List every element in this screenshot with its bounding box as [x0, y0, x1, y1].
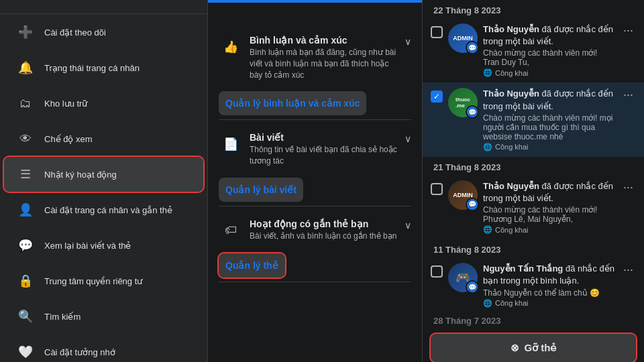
notif-badge-n3: 💬 [466, 198, 479, 211]
notif-text-n2: Thảo Nguyễn đã được nhắc đến trong một b… [483, 88, 615, 112]
notif-content-n3: Thảo Nguyễn đã được nhắc đến trong một b… [483, 180, 615, 234]
notif-more-btn-n3[interactable]: ··· [621, 180, 636, 194]
notif-meta-n1: 🌐 Công khai [483, 68, 615, 77]
section-text-comment-reaction: Bình luận và cảm xúc Bình luận mà bạn đã… [250, 35, 398, 80]
section-header-comment-reaction[interactable]: 👍 Bình luận và cảm xúc Bình luận mà bạn … [208, 28, 422, 87]
sidebar-label-status: Trạng thái trang cá nhân [44, 63, 140, 73]
profile-tag-icon: 👤 [15, 199, 36, 221]
section-title-posts: Bài viết [250, 132, 398, 143]
notification-n1[interactable]: ADMIN 💬 Thảo Nguyễn đã được nhắc đến tro… [423, 18, 644, 82]
privacy-icon: 🔒 [15, 270, 36, 292]
section-subtitle-comment-reaction: Bình luận mà bạn đã đăng, cũng như bài v… [250, 47, 398, 80]
notif-content-n2: Thảo Nguyễn đã được nhắc đến trong một b… [483, 88, 615, 151]
notif-more-btn-n1[interactable]: ··· [621, 23, 636, 38]
notif-more-btn-n4[interactable]: ··· [621, 263, 636, 277]
go-the-label: Gỡ thẻ [525, 342, 557, 354]
notif-sub2-n1: Tran Duy Tu, [483, 58, 615, 67]
sidebar-item-review[interactable]: 💬 Xem lại bài viết và thẻ [4, 228, 203, 263]
visibility-label-n2: Công khai [495, 143, 529, 151]
sidebar-item-search[interactable]: 🔍 Tìm kiếm [4, 299, 203, 334]
comment-reaction-icon: 👍 [219, 35, 243, 59]
visibility-icon-n4: 🌐 [483, 299, 492, 308]
sidebar-item-privacy[interactable]: 🔒 Trung tâm quyền riêng tư [4, 263, 203, 298]
notif-meta-n3: 🌐 Công khai [483, 225, 615, 234]
sidebar-item-activity[interactable]: ☰ Nhật ký hoạt động [4, 157, 203, 192]
section-title-comment-reaction: Bình luận và cảm xúc [250, 35, 398, 46]
visibility-label-n1: Công khai [495, 69, 529, 77]
notif-sub-n4: Thảo Nguyễn có thể làm chủ 😊 [483, 288, 615, 298]
notif-text-n1: Thảo Nguyễn đã được nhắc đến trong một b… [483, 23, 615, 48]
go-the-bar[interactable]: ⊗ Gỡ thẻ [431, 334, 636, 362]
sidebar-item-follow[interactable]: ➕ Cài đặt theo dõi [4, 15, 203, 50]
date-group-11-Tháng-8-2023: 11 Tháng 8 2023 [423, 239, 644, 257]
middle-panel: 👍 Bình luận và cảm xúc Bình luận mà bạn … [208, 0, 423, 362]
manage-btn-tags[interactable]: Quản lý thẻ [219, 253, 285, 278]
notification-n4[interactable]: 🎮 💬 Nguyễn Tấn Thắng đã nhắc đến bạn tro… [423, 257, 644, 312]
notif-sub-n1: Chào mừng các thành viên mới! [483, 48, 615, 58]
section-subtitle-tags: Bài viết, ảnh và bình luận có gắn thẻ bạ… [250, 231, 398, 242]
visibility-icon-n2: 🌐 [483, 143, 492, 152]
sidebar-header [0, 0, 207, 14]
notif-meta-n4: 🌐 Công khai [483, 299, 615, 308]
notif-checkbox-n1[interactable] [431, 26, 443, 38]
section-header-tags[interactable]: 🏷 Hoạt động có gắn thẻ bạn Bài viết, ảnh… [208, 212, 422, 249]
gother-icon: ⊗ [511, 342, 519, 354]
section-posts: 📄 Bài viết Thông tin về bài viết bạn đã … [208, 125, 422, 206]
sidebar-label-follow: Cài đặt theo dõi [44, 27, 106, 38]
review-icon: 💬 [15, 235, 36, 256]
sidebar-label-memory: Cài đặt tưởng nhớ [44, 347, 115, 357]
notif-checkbox-n3[interactable] [431, 183, 443, 195]
sidebar-label-search: Tìm kiếm [44, 312, 80, 322]
memory-icon: 🤍 [15, 341, 36, 362]
sidebar-item-storage[interactable]: 🗂 Kho lưu trữ [4, 86, 203, 121]
sidebar-label-privacy: Trung tâm quyền riêng tư [44, 276, 142, 286]
section-text-posts: Bài viết Thông tin về bài viết bạn đã ch… [250, 132, 398, 167]
notif-text-n3: Thảo Nguyễn đã được nhắc đến trong một b… [483, 180, 615, 204]
sidebar-item-status[interactable]: 🔔 Trạng thái trang cá nhân [4, 50, 203, 85]
notif-sub-n2: Chào mừng các thành viên mới! mọi người … [483, 113, 615, 141]
visibility-icon-n1: 🌐 [483, 68, 492, 77]
sidebar-label-view: Chế độ xem [44, 134, 93, 144]
notif-badge-n2: 💬 [466, 105, 479, 119]
notif-sub-n3: Chào mừng các thành viên mới! [483, 205, 615, 215]
notif-badge-n1: 💬 [466, 41, 479, 54]
search-icon: 🔍 [15, 306, 36, 327]
notif-meta-n2: 🌐 Công khai [483, 143, 615, 152]
date-group-21-Tháng-8-2023: 21 Tháng 8 2023 [423, 157, 644, 175]
posts-icon: 📄 [219, 132, 243, 156]
notif-avatar-wrap-n2: thuoc.me 💬 [448, 88, 478, 117]
activity-icon: ☰ [15, 164, 36, 185]
notif-avatar-wrap-n4: 🎮 💬 [448, 263, 478, 292]
section-text-tags: Hoạt động có gắn thẻ bạn Bài viết, ảnh v… [250, 219, 398, 242]
view-icon: 👁 [15, 128, 36, 149]
section-comment-reaction: 👍 Bình luận và cảm xúc Bình luận mà bạn … [208, 28, 422, 120]
storage-icon: 🗂 [15, 93, 36, 114]
notification-n3[interactable]: ADMIN 💬 Thảo Nguyễn đã được nhắc đến tro… [423, 175, 644, 239]
notif-more-btn-n2[interactable]: ··· [621, 88, 636, 102]
status-icon: 🔔 [15, 57, 36, 78]
sidebar-item-profile-tag[interactable]: 👤 Cài đặt trang cá nhân và gắn thẻ [4, 192, 203, 227]
sidebar-item-view[interactable]: 👁 Chế độ xem [4, 121, 203, 156]
manage-btn-comment-reaction[interactable]: Quản lý bình luận và cảm xúc [219, 91, 366, 115]
date-group-22-Tháng-8-2023: 22 Tháng 8 2023 [423, 0, 644, 18]
notif-content-n1: Thảo Nguyễn đã được nhắc đến trong một b… [483, 23, 615, 77]
tags-icon: 🏷 [219, 219, 243, 243]
notif-avatar-wrap-n3: ADMIN 💬 [448, 180, 478, 210]
divider-tags [219, 282, 411, 282]
visibility-label-n3: Công khai [495, 226, 529, 234]
manage-btn-posts[interactable]: Quản lý bài viết [219, 178, 303, 202]
chevron-icon-tags: ∨ [405, 220, 411, 231]
notif-checkbox-n4[interactable] [431, 265, 443, 278]
right-panel: 22 Tháng 8 2023 ADMIN 💬 Thảo Nguyễn đã đ… [423, 0, 644, 362]
notif-checkbox-n2[interactable]: ✓ [431, 90, 443, 103]
sidebar-item-memory[interactable]: 🤍 Cài đặt tưởng nhớ [4, 335, 203, 362]
follow-icon: ➕ [15, 21, 36, 43]
section-title-tags: Hoạt động có gắn thẻ bạn [250, 219, 398, 229]
divider-posts [219, 206, 411, 206]
visibility-label-n4: Công khai [495, 299, 529, 307]
notification-n2[interactable]: ✓ thuoc.me 💬 Thảo Nguyễn đã được nhắc đế… [423, 82, 644, 156]
notif-avatar-wrap-n1: ADMIN 💬 [448, 23, 478, 53]
notif-content-n4: Nguyễn Tấn Thắng đã nhắc đến bạn trong m… [483, 263, 615, 307]
sidebar: ➕ Cài đặt theo dõi 🔔 Trạng thái trang cá… [0, 0, 208, 362]
section-header-posts[interactable]: 📄 Bài viết Thông tin về bài viết bạn đã … [208, 125, 422, 174]
